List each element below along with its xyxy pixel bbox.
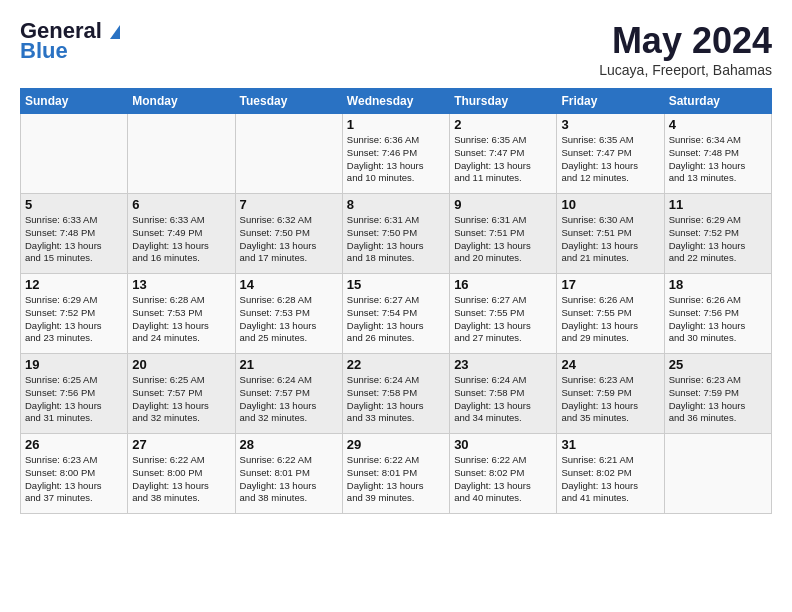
calendar-cell — [21, 114, 128, 194]
day-number: 18 — [669, 277, 767, 292]
calendar-cell: 7Sunrise: 6:32 AM Sunset: 7:50 PM Daylig… — [235, 194, 342, 274]
calendar-cell: 24Sunrise: 6:23 AM Sunset: 7:59 PM Dayli… — [557, 354, 664, 434]
day-info: Sunrise: 6:23 AM Sunset: 7:59 PM Dayligh… — [669, 374, 767, 425]
day-header-sunday: Sunday — [21, 89, 128, 114]
day-info: Sunrise: 6:22 AM Sunset: 8:01 PM Dayligh… — [347, 454, 445, 505]
day-info: Sunrise: 6:33 AM Sunset: 7:48 PM Dayligh… — [25, 214, 123, 265]
calendar-cell: 4Sunrise: 6:34 AM Sunset: 7:48 PM Daylig… — [664, 114, 771, 194]
day-number: 8 — [347, 197, 445, 212]
calendar-cell: 27Sunrise: 6:22 AM Sunset: 8:00 PM Dayli… — [128, 434, 235, 514]
calendar-cell: 29Sunrise: 6:22 AM Sunset: 8:01 PM Dayli… — [342, 434, 449, 514]
day-number: 4 — [669, 117, 767, 132]
day-number: 20 — [132, 357, 230, 372]
day-header-wednesday: Wednesday — [342, 89, 449, 114]
day-info: Sunrise: 6:31 AM Sunset: 7:50 PM Dayligh… — [347, 214, 445, 265]
day-number: 22 — [347, 357, 445, 372]
day-number: 21 — [240, 357, 338, 372]
day-number: 31 — [561, 437, 659, 452]
day-header-thursday: Thursday — [450, 89, 557, 114]
week-row-2: 5Sunrise: 6:33 AM Sunset: 7:48 PM Daylig… — [21, 194, 772, 274]
day-info: Sunrise: 6:33 AM Sunset: 7:49 PM Dayligh… — [132, 214, 230, 265]
page-header: General Blue May 2024 Lucaya, Freeport, … — [20, 20, 772, 78]
day-header-saturday: Saturday — [664, 89, 771, 114]
day-info: Sunrise: 6:31 AM Sunset: 7:51 PM Dayligh… — [454, 214, 552, 265]
day-info: Sunrise: 6:21 AM Sunset: 8:02 PM Dayligh… — [561, 454, 659, 505]
day-number: 30 — [454, 437, 552, 452]
calendar-cell: 26Sunrise: 6:23 AM Sunset: 8:00 PM Dayli… — [21, 434, 128, 514]
calendar-cell: 13Sunrise: 6:28 AM Sunset: 7:53 PM Dayli… — [128, 274, 235, 354]
day-number: 16 — [454, 277, 552, 292]
day-number: 27 — [132, 437, 230, 452]
day-info: Sunrise: 6:23 AM Sunset: 7:59 PM Dayligh… — [561, 374, 659, 425]
day-number: 17 — [561, 277, 659, 292]
day-number: 6 — [132, 197, 230, 212]
calendar-cell: 21Sunrise: 6:24 AM Sunset: 7:57 PM Dayli… — [235, 354, 342, 434]
calendar-cell: 10Sunrise: 6:30 AM Sunset: 7:51 PM Dayli… — [557, 194, 664, 274]
day-number: 15 — [347, 277, 445, 292]
calendar-cell: 20Sunrise: 6:25 AM Sunset: 7:57 PM Dayli… — [128, 354, 235, 434]
day-number: 9 — [454, 197, 552, 212]
calendar-cell: 23Sunrise: 6:24 AM Sunset: 7:58 PM Dayli… — [450, 354, 557, 434]
day-info: Sunrise: 6:22 AM Sunset: 8:00 PM Dayligh… — [132, 454, 230, 505]
day-info: Sunrise: 6:36 AM Sunset: 7:46 PM Dayligh… — [347, 134, 445, 185]
calendar-cell: 22Sunrise: 6:24 AM Sunset: 7:58 PM Dayli… — [342, 354, 449, 434]
day-info: Sunrise: 6:24 AM Sunset: 7:58 PM Dayligh… — [347, 374, 445, 425]
month-title: May 2024 — [599, 20, 772, 62]
day-info: Sunrise: 6:24 AM Sunset: 7:57 PM Dayligh… — [240, 374, 338, 425]
day-number: 1 — [347, 117, 445, 132]
day-info: Sunrise: 6:26 AM Sunset: 7:55 PM Dayligh… — [561, 294, 659, 345]
day-info: Sunrise: 6:28 AM Sunset: 7:53 PM Dayligh… — [132, 294, 230, 345]
day-info: Sunrise: 6:30 AM Sunset: 7:51 PM Dayligh… — [561, 214, 659, 265]
day-info: Sunrise: 6:29 AM Sunset: 7:52 PM Dayligh… — [25, 294, 123, 345]
day-number: 25 — [669, 357, 767, 372]
day-info: Sunrise: 6:24 AM Sunset: 7:58 PM Dayligh… — [454, 374, 552, 425]
calendar-cell: 30Sunrise: 6:22 AM Sunset: 8:02 PM Dayli… — [450, 434, 557, 514]
logo: General Blue — [20, 20, 120, 62]
day-info: Sunrise: 6:27 AM Sunset: 7:55 PM Dayligh… — [454, 294, 552, 345]
day-number: 10 — [561, 197, 659, 212]
day-header-tuesday: Tuesday — [235, 89, 342, 114]
calendar-cell — [235, 114, 342, 194]
day-info: Sunrise: 6:23 AM Sunset: 8:00 PM Dayligh… — [25, 454, 123, 505]
calendar-cell: 6Sunrise: 6:33 AM Sunset: 7:49 PM Daylig… — [128, 194, 235, 274]
calendar-cell — [128, 114, 235, 194]
week-row-4: 19Sunrise: 6:25 AM Sunset: 7:56 PM Dayli… — [21, 354, 772, 434]
calendar-cell: 11Sunrise: 6:29 AM Sunset: 7:52 PM Dayli… — [664, 194, 771, 274]
day-number: 7 — [240, 197, 338, 212]
day-number: 23 — [454, 357, 552, 372]
day-number: 29 — [347, 437, 445, 452]
days-header-row: SundayMondayTuesdayWednesdayThursdayFrid… — [21, 89, 772, 114]
day-number: 2 — [454, 117, 552, 132]
calendar-cell: 3Sunrise: 6:35 AM Sunset: 7:47 PM Daylig… — [557, 114, 664, 194]
calendar-cell: 8Sunrise: 6:31 AM Sunset: 7:50 PM Daylig… — [342, 194, 449, 274]
day-number: 28 — [240, 437, 338, 452]
calendar-cell: 19Sunrise: 6:25 AM Sunset: 7:56 PM Dayli… — [21, 354, 128, 434]
day-info: Sunrise: 6:22 AM Sunset: 8:01 PM Dayligh… — [240, 454, 338, 505]
day-number: 19 — [25, 357, 123, 372]
calendar-cell: 5Sunrise: 6:33 AM Sunset: 7:48 PM Daylig… — [21, 194, 128, 274]
calendar-cell: 18Sunrise: 6:26 AM Sunset: 7:56 PM Dayli… — [664, 274, 771, 354]
title-block: May 2024 Lucaya, Freeport, Bahamas — [599, 20, 772, 78]
day-number: 26 — [25, 437, 123, 452]
calendar-cell: 2Sunrise: 6:35 AM Sunset: 7:47 PM Daylig… — [450, 114, 557, 194]
day-info: Sunrise: 6:25 AM Sunset: 7:56 PM Dayligh… — [25, 374, 123, 425]
calendar-cell: 31Sunrise: 6:21 AM Sunset: 8:02 PM Dayli… — [557, 434, 664, 514]
week-row-3: 12Sunrise: 6:29 AM Sunset: 7:52 PM Dayli… — [21, 274, 772, 354]
day-info: Sunrise: 6:28 AM Sunset: 7:53 PM Dayligh… — [240, 294, 338, 345]
calendar-cell: 16Sunrise: 6:27 AM Sunset: 7:55 PM Dayli… — [450, 274, 557, 354]
week-row-5: 26Sunrise: 6:23 AM Sunset: 8:00 PM Dayli… — [21, 434, 772, 514]
calendar-cell: 1Sunrise: 6:36 AM Sunset: 7:46 PM Daylig… — [342, 114, 449, 194]
day-info: Sunrise: 6:22 AM Sunset: 8:02 PM Dayligh… — [454, 454, 552, 505]
day-number: 5 — [25, 197, 123, 212]
day-number: 11 — [669, 197, 767, 212]
calendar-cell: 17Sunrise: 6:26 AM Sunset: 7:55 PM Dayli… — [557, 274, 664, 354]
day-number: 14 — [240, 277, 338, 292]
logo-blue: Blue — [20, 40, 68, 62]
day-info: Sunrise: 6:25 AM Sunset: 7:57 PM Dayligh… — [132, 374, 230, 425]
day-info: Sunrise: 6:35 AM Sunset: 7:47 PM Dayligh… — [561, 134, 659, 185]
calendar-cell: 15Sunrise: 6:27 AM Sunset: 7:54 PM Dayli… — [342, 274, 449, 354]
day-info: Sunrise: 6:26 AM Sunset: 7:56 PM Dayligh… — [669, 294, 767, 345]
day-number: 12 — [25, 277, 123, 292]
day-info: Sunrise: 6:29 AM Sunset: 7:52 PM Dayligh… — [669, 214, 767, 265]
day-info: Sunrise: 6:32 AM Sunset: 7:50 PM Dayligh… — [240, 214, 338, 265]
